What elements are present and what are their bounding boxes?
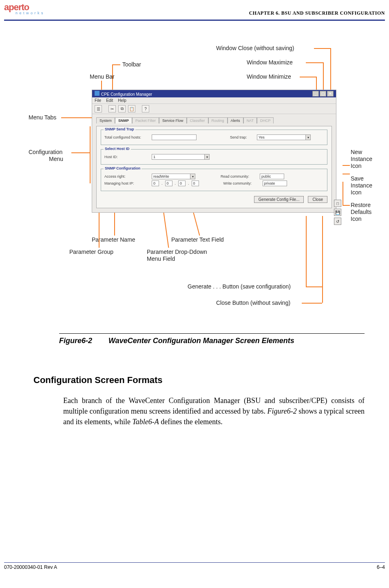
body-paragraph: Each branch of the WaveCenter Configurat… [63, 395, 365, 427]
menu-help[interactable]: Help [118, 98, 126, 103]
ptr [322, 216, 323, 303]
top-rule [4, 20, 385, 21]
access-right-value: readWrite [152, 174, 190, 179]
group-title: SNMP Send Trap [104, 127, 135, 131]
callout-param-dd-2: Menu Field [147, 255, 175, 262]
chevron-down-icon: ▾ [205, 154, 210, 160]
callout-restore-3: Icon [351, 216, 361, 222]
restore-defaults-icon[interactable]: ↺ [334, 218, 341, 225]
ptr [71, 152, 90, 153]
callout-save-1: Save [351, 175, 364, 182]
close-button[interactable]: Close [308, 196, 327, 203]
ptr [302, 303, 322, 304]
menu-edit[interactable]: Edit [106, 98, 113, 103]
menubar: File Edit Help [92, 97, 336, 104]
group-snmp-config: SNMP Configuration Access right: readWri… [101, 169, 327, 191]
access-right-label: Access right: [104, 174, 149, 178]
cut-icon[interactable]: ✂ [108, 105, 116, 112]
send-trap-label: Send trap: [230, 135, 254, 139]
ptr [330, 48, 331, 92]
window-title: CPE Configuration Manager [101, 92, 152, 97]
callout-close: Close Button (without saving) [216, 300, 290, 306]
callout-save-3: Icon [351, 189, 361, 196]
ip-field-d[interactable]: 0 [192, 181, 199, 186]
chevron-down-icon: ▾ [306, 134, 311, 140]
titlebar: CPE Configuration Manager _ ▢ ✕ [92, 90, 336, 97]
figure-title: WaveCenter Configuration Manager Screen … [108, 337, 294, 345]
callout-window-max: Window Maximize [247, 59, 293, 66]
section-heading: Configuration Screen Formats [33, 375, 163, 385]
access-right-dropdown[interactable]: readWrite ▾ [152, 174, 195, 179]
figure-rule [59, 333, 365, 334]
callout-param-text: Parameter Text Field [171, 236, 224, 243]
tab-alerts[interactable]: Alerts [228, 117, 243, 123]
ptr [306, 62, 323, 63]
ptr [323, 62, 324, 92]
tab-snmp[interactable]: SNMP [115, 117, 132, 123]
total-hosts-field[interactable] [152, 134, 197, 140]
ptr [343, 205, 350, 206]
callout-param-dd-1: Parameter Drop-Ddown [147, 249, 207, 255]
callout-window-close: Window Close (without saving) [216, 45, 294, 51]
host-id-value: 1 [152, 154, 205, 160]
callout-new-3: Icon [351, 163, 361, 169]
tab-classifier[interactable]: Classifier [187, 117, 208, 123]
callout-param-name: Parameter Name [92, 236, 135, 243]
tab-packet-filter[interactable]: Packet Filter [132, 117, 159, 123]
callout-generate: Generate . . . Button (save configuratio… [188, 283, 291, 290]
page-footer: 070-20000340-01 Rev A 6–4 [4, 562, 385, 570]
ptr [90, 126, 91, 183]
minimize-button[interactable]: _ [312, 91, 319, 97]
menu-file[interactable]: File [95, 98, 101, 103]
maximize-button[interactable]: ▢ [320, 91, 326, 97]
content-area: System SNMP Packet Filter Service Flow C… [92, 114, 336, 212]
logo-sub: n e t w o r k s [15, 11, 44, 15]
menu-tabs: System SNMP Packet Filter Service Flow C… [96, 117, 332, 123]
callout-menu-tabs: Menu Tabs [29, 114, 56, 121]
ip-field-a[interactable]: 0 [152, 181, 159, 186]
callout-window-min: Window Minimize [247, 73, 291, 80]
group-title: SNMP Configuration [104, 166, 141, 170]
ptr [343, 165, 350, 166]
read-comm-field[interactable]: public [260, 174, 284, 179]
tab-routing[interactable]: Routing [208, 117, 228, 123]
callout-new-2: Instance [351, 156, 372, 162]
ptr [112, 64, 120, 65]
ip-field-b[interactable]: 0 [165, 181, 172, 186]
send-trap-dropdown[interactable]: Yes ▾ [257, 134, 311, 140]
callout-param-group: Parameter Group [69, 249, 113, 255]
generate-config-button[interactable]: Generate Config File... [254, 196, 304, 203]
write-comm-label: Write community: [223, 181, 260, 185]
callout-menu-bar: Menu Bar [90, 73, 115, 80]
ip-field-c[interactable]: 0 [178, 181, 186, 186]
open-icon[interactable]: ☰ [95, 105, 102, 112]
host-id-label: Host ID: [104, 155, 149, 159]
write-comm-field[interactable]: private [263, 181, 287, 186]
chapter-line: CHAPTER 6. BSU AND SUBSCRIBER CONFIGURAT… [249, 10, 385, 16]
tab-nat[interactable]: NAT [243, 117, 257, 123]
ptr [314, 48, 330, 49]
new-instance-icon[interactable]: □ [334, 200, 341, 207]
tab-service-flow[interactable]: Service Flow [159, 117, 187, 123]
help-icon[interactable]: ? [142, 105, 149, 112]
save-instance-icon[interactable]: 💾 [334, 209, 341, 216]
text: defines the elements. [161, 418, 222, 426]
app-window: CPE Configuration Manager _ ▢ ✕ File Edi… [92, 90, 336, 213]
footer-left: 070-20000340-01 Rev A [4, 564, 57, 570]
tab-dhcp[interactable]: DHCP [257, 117, 274, 123]
callout-restore-1: Restore [351, 202, 371, 208]
figure-number: Figure6-2 [59, 337, 92, 345]
paste-icon[interactable]: 📋 [128, 105, 135, 112]
tab-system[interactable]: System [96, 117, 115, 123]
ptr [300, 77, 316, 77]
ptr [343, 182, 343, 205]
close-window-button[interactable]: ✕ [327, 91, 334, 97]
copy-icon[interactable]: ⧉ [118, 105, 126, 112]
app-icon [95, 91, 99, 96]
config-panel: SNMP Send Trap Total configured hosts: S… [96, 126, 332, 208]
ptr [61, 117, 93, 118]
host-id-dropdown[interactable]: 1 ▾ [152, 154, 210, 160]
send-trap-value: Yes [257, 134, 306, 140]
callout-new-1: New [351, 149, 362, 155]
figure-ref: Figure6-2 [267, 407, 296, 415]
